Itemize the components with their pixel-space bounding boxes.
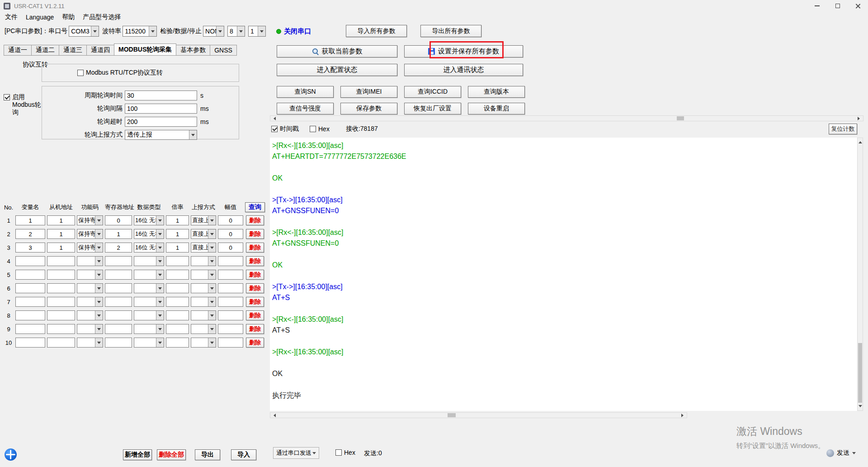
- function-code-select[interactable]: 保持寄存器: [77, 229, 103, 239]
- variable-name-input[interactable]: [15, 256, 45, 266]
- function-code-select[interactable]: [77, 338, 103, 348]
- delete-row-button[interactable]: 删除: [246, 243, 264, 253]
- report-mode-select[interactable]: [191, 310, 216, 320]
- register-address-input[interactable]: [105, 310, 132, 320]
- register-address-input[interactable]: [105, 256, 132, 266]
- tab[interactable]: 通道四: [86, 45, 114, 56]
- get-current-params-button[interactable]: 获取当前参数: [277, 45, 397, 57]
- close-button[interactable]: [848, 0, 868, 12]
- amplitude-input[interactable]: [218, 270, 243, 280]
- scrollbar-thumb[interactable]: [448, 413, 456, 417]
- report-mode-select[interactable]: [191, 283, 216, 293]
- delete-all-button[interactable]: 删除全部: [157, 449, 186, 460]
- small-action-button[interactable]: 设备重启: [468, 103, 525, 114]
- small-action-button[interactable]: 查询ICCID: [404, 86, 461, 98]
- field-input[interactable]: 100: [125, 104, 197, 114]
- variable-name-input[interactable]: 1: [15, 215, 45, 225]
- globe-add-icon[interactable]: [5, 448, 17, 461]
- function-code-select[interactable]: [77, 297, 103, 307]
- data-type-select[interactable]: [134, 324, 164, 334]
- ratio-input[interactable]: 1: [166, 243, 189, 253]
- small-action-button[interactable]: 查信号强度: [277, 103, 334, 114]
- scroll-right-icon[interactable]: [680, 413, 687, 418]
- tab[interactable]: 通道二: [31, 45, 59, 56]
- scroll-left-icon[interactable]: [270, 413, 277, 418]
- slave-address-input[interactable]: [47, 324, 75, 334]
- small-action-button[interactable]: 保存参数: [340, 103, 397, 114]
- function-code-select[interactable]: [77, 256, 103, 266]
- menu-item[interactable]: 产品型号选择: [79, 13, 125, 21]
- scrollbar-track[interactable]: [858, 145, 863, 404]
- amplitude-input[interactable]: [218, 310, 243, 320]
- function-code-select[interactable]: [77, 283, 103, 293]
- tab[interactable]: MODBUS轮询采集: [114, 43, 176, 56]
- port-select[interactable]: COM3: [69, 26, 99, 37]
- report-mode-select[interactable]: [191, 324, 216, 334]
- slave-address-input[interactable]: [47, 283, 75, 293]
- delete-row-button[interactable]: 删除: [246, 229, 264, 239]
- field-input[interactable]: 透传上报: [125, 130, 197, 140]
- function-code-select[interactable]: 保持寄存器: [77, 215, 103, 225]
- register-address-input[interactable]: 0: [105, 215, 132, 225]
- amplitude-input[interactable]: 0: [218, 243, 243, 253]
- slave-address-input[interactable]: [47, 270, 75, 280]
- data-type-select[interactable]: [134, 270, 164, 280]
- slave-address-input[interactable]: 1: [47, 243, 75, 253]
- baud-select[interactable]: 115200: [123, 26, 157, 37]
- variable-name-input[interactable]: 2: [15, 229, 45, 239]
- close-port-button[interactable]: 关闭串口: [276, 27, 311, 36]
- import-all-params-button[interactable]: 导入所有参数: [346, 25, 407, 37]
- report-mode-select[interactable]: 直接上报: [191, 243, 216, 253]
- data-type-select[interactable]: 16位 无符号: [134, 229, 164, 239]
- add-all-button[interactable]: 新增全部: [123, 449, 152, 460]
- minimize-button[interactable]: [807, 0, 827, 12]
- slave-address-input[interactable]: [47, 297, 75, 307]
- data-type-select[interactable]: [134, 297, 164, 307]
- variable-name-input[interactable]: [15, 283, 45, 293]
- scrollbar-thumb[interactable]: [677, 116, 684, 120]
- send-hex-checkbox[interactable]: Hex: [335, 449, 355, 456]
- register-address-input[interactable]: 2: [105, 243, 132, 253]
- export-button[interactable]: 导出: [195, 449, 220, 460]
- data-type-select[interactable]: [134, 283, 164, 293]
- delete-row-button[interactable]: 删除: [246, 324, 264, 334]
- register-address-input[interactable]: [105, 324, 132, 334]
- maximize-button[interactable]: [827, 0, 848, 12]
- report-mode-select[interactable]: [191, 338, 216, 348]
- function-code-select[interactable]: [77, 310, 103, 320]
- log-horizontal-scrollbar-top[interactable]: [270, 115, 863, 121]
- ratio-input[interactable]: [166, 283, 189, 293]
- function-code-select[interactable]: [77, 324, 103, 334]
- delete-row-button[interactable]: 删除: [246, 338, 264, 348]
- variable-name-input[interactable]: [15, 324, 45, 334]
- amplitude-input[interactable]: [218, 283, 243, 293]
- hex-checkbox[interactable]: Hex: [310, 125, 330, 133]
- data-type-select[interactable]: [134, 256, 164, 266]
- delete-row-button[interactable]: 删除: [246, 283, 264, 293]
- amplitude-input[interactable]: [218, 297, 243, 307]
- amplitude-input[interactable]: [218, 324, 243, 334]
- enable-modbus-poll-checkbox[interactable]: 启用 Modbus轮询: [4, 93, 44, 116]
- databits-select[interactable]: 8: [227, 26, 245, 37]
- delete-row-button[interactable]: 删除: [246, 297, 264, 307]
- delete-row-button[interactable]: 删除: [246, 310, 264, 320]
- scroll-up-icon[interactable]: [858, 138, 863, 145]
- variable-name-input[interactable]: [15, 270, 45, 280]
- field-input[interactable]: 200: [125, 117, 197, 127]
- small-action-button[interactable]: 查询SN: [277, 86, 334, 98]
- variable-name-input[interactable]: 3: [15, 243, 45, 253]
- scroll-down-icon[interactable]: [858, 404, 863, 410]
- ratio-input[interactable]: [166, 270, 189, 280]
- report-mode-select[interactable]: 直接上报: [191, 215, 216, 225]
- timestamp-checkbox[interactable]: 时间戳: [271, 125, 299, 133]
- small-action-button[interactable]: 恢复出厂设置: [404, 103, 461, 114]
- import-button[interactable]: 导入: [231, 449, 256, 460]
- menu-item[interactable]: Language: [22, 14, 58, 21]
- register-address-input[interactable]: [105, 338, 132, 348]
- query-button[interactable]: 查询: [245, 202, 265, 212]
- small-action-button[interactable]: 查询IMEI: [340, 86, 397, 98]
- ratio-input[interactable]: [166, 324, 189, 334]
- modbus-rtu-tcp-checkbox[interactable]: Modbus RTU/TCP协议互转: [77, 69, 163, 77]
- report-mode-select[interactable]: [191, 297, 216, 307]
- tab[interactable]: 通道一: [4, 45, 32, 56]
